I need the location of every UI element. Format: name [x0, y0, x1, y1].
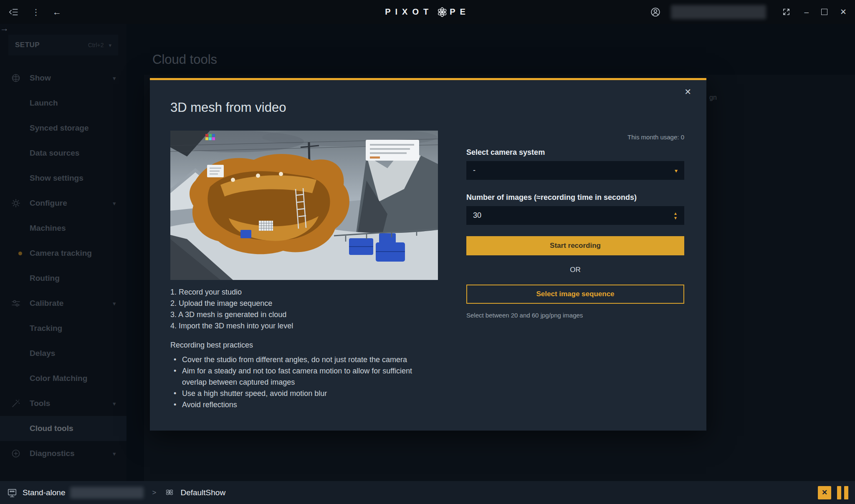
show-atom-icon [164, 487, 175, 498]
number-of-images-input[interactable]: 30 ▲ ▼ [466, 206, 684, 225]
number-of-images-label: Number of images (≈recording time in sec… [466, 193, 637, 202]
pixotope-window: ⋮ ← → PIXOT PE – [0, 0, 855, 504]
mode-shortcut: Ctrl+2 [88, 42, 104, 48]
number-of-images-value: 30 [473, 211, 481, 220]
sidebar-item-routing[interactable]: Routing [0, 266, 126, 291]
fullscreen-icon[interactable] [781, 7, 792, 18]
minimize-icon[interactable]: – [804, 8, 809, 17]
step-4: 4. Import the 3D mesh into your level [170, 320, 293, 332]
practice-item: Avoid reflections [173, 399, 428, 411]
sidebar-item-show-settings[interactable]: Show settings [0, 166, 126, 191]
step-up-icon[interactable]: ▲ [673, 211, 678, 216]
device-label[interactable]: Stand-alone [23, 488, 65, 497]
close-icon[interactable]: ✕ [684, 87, 691, 97]
chevron-down-icon: ▾ [675, 167, 678, 174]
title-bar: ⋮ ← → PIXOT PE – [0, 0, 855, 24]
chevron-down-icon: ▾ [113, 200, 116, 207]
pixotope-logo: PIXOT PE [385, 6, 470, 18]
sidebar: SETUP Ctrl+2 ▾ Show ▾ Launch Synced stor… [0, 24, 126, 481]
dialog-title: 3D mesh from video [170, 100, 286, 115]
blurred-user-email [671, 5, 766, 19]
show-name-label[interactable]: DefaultShow [180, 488, 225, 497]
user-account-icon[interactable] [650, 7, 661, 18]
sidebar-item-delays[interactable]: Delays [0, 341, 126, 366]
breadcrumb-separator-icon: > [152, 489, 156, 497]
camera-system-label: Select camera system [466, 148, 545, 157]
practice-item: Aim for a steady and not too fast camera… [173, 365, 428, 388]
sidebar-item-diagnostics[interactable]: Diagnostics ▾ [0, 441, 126, 466]
sliders-icon [11, 298, 21, 308]
back-icon[interactable]: ← [53, 8, 61, 16]
blurred-machine-name [70, 487, 144, 499]
stop-icon[interactable]: ✕ [818, 486, 831, 499]
gear-icon [11, 198, 21, 208]
camera-system-value: - [473, 166, 476, 175]
sidebar-item-tracking[interactable]: Tracking [0, 316, 126, 341]
diagnostics-icon [11, 449, 21, 459]
show-icon [11, 73, 21, 83]
best-practices-title: Recording best practices [170, 341, 253, 350]
sidebar-item-launch[interactable]: Launch [0, 91, 126, 116]
chevron-down-icon: ▾ [113, 75, 116, 81]
select-image-sequence-button[interactable]: Select image sequence [466, 285, 684, 304]
step-2: 2. Upload the image sequence [170, 298, 293, 309]
sidebar-item-cloud-tools[interactable]: Cloud tools [0, 416, 126, 441]
more-menu-icon[interactable]: ⋮ [32, 7, 40, 17]
mode-selector[interactable]: SETUP Ctrl+2 ▾ [8, 35, 118, 55]
month-usage-label: This month usage: 0 [466, 134, 684, 141]
wand-icon [11, 398, 21, 408]
start-recording-button[interactable]: Start recording [466, 236, 684, 255]
sidebar-item-show[interactable]: Show ▾ [0, 66, 126, 91]
close-window-icon[interactable]: ✕ [840, 7, 847, 17]
image-count-hint: Select between 20 and 60 jpg/png images [466, 312, 583, 319]
stand-alone-machine-icon [7, 487, 18, 498]
logo-text-left: PIXOT [385, 7, 433, 17]
sidebar-item-configure[interactable]: Configure ▾ [0, 191, 126, 216]
camera-system-dropdown[interactable]: - ▾ [466, 161, 684, 180]
or-separator: OR [466, 266, 684, 274]
best-practices-list: Cover the studio from different angles, … [173, 354, 428, 411]
mode-label: SETUP [15, 41, 40, 49]
atom-logo-icon [436, 6, 448, 18]
number-stepper[interactable]: ▲ ▼ [673, 211, 678, 220]
logo-text-right: PE [450, 7, 470, 17]
occluded-text-fragment: gn [709, 94, 717, 101]
sidebar-item-calibrate[interactable]: Calibrate ▾ [0, 291, 126, 316]
step-down-icon[interactable]: ▼ [673, 216, 678, 220]
step-1: 1. Record your studio [170, 287, 293, 298]
sidebar-item-tools[interactable]: Tools ▾ [0, 391, 126, 416]
mesh-from-video-dialog: ✕ 3D mesh from video [150, 78, 706, 431]
active-dot-indicator [18, 252, 22, 255]
sidebar-item-data-sources[interactable]: Data sources [0, 141, 126, 166]
studio-scan-preview-image [170, 131, 438, 280]
practice-item: Cover the studio from different angles, … [173, 354, 428, 365]
chevron-down-icon: ▾ [113, 401, 116, 407]
sidebar-item-color-matching[interactable]: Color Matching [0, 366, 126, 391]
chevron-down-icon: ▾ [113, 451, 116, 457]
workflow-steps: 1. Record your studio 2. Upload the imag… [170, 287, 293, 332]
maximize-icon[interactable] [821, 9, 827, 15]
step-3: 3. A 3D mesh is generated in cloud [170, 309, 293, 320]
page-title: Cloud tools [152, 52, 217, 67]
sidebar-item-synced-storage[interactable]: Synced storage [0, 116, 126, 141]
practice-item: Use a high shutter speed, avoid motion b… [173, 388, 428, 399]
chevron-down-icon: ▾ [113, 300, 116, 307]
sidebar-item-camera-tracking[interactable]: Camera tracking [0, 241, 126, 266]
sidebar-item-machines[interactable]: Machines [0, 216, 126, 241]
chevron-down-icon: ▾ [109, 42, 111, 48]
pause-icon[interactable] [837, 486, 848, 499]
collapse-sidebar-icon[interactable] [8, 7, 19, 18]
status-bar: Stand-alone > DefaultShow ✕ [0, 481, 855, 504]
